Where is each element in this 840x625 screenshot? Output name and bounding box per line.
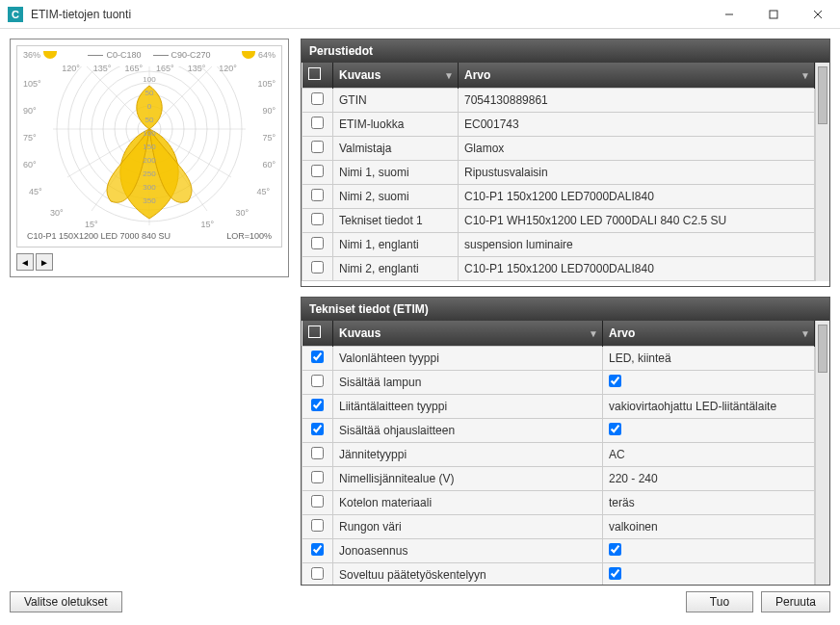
row-checkbox[interactable] <box>311 165 324 177</box>
row-checkbox[interactable] <box>311 519 324 532</box>
row-checkbox[interactable] <box>311 399 324 411</box>
row-checkbox[interactable] <box>311 237 324 249</box>
cancel-button[interactable]: Peruuta <box>761 591 830 612</box>
col-kuvaus[interactable]: Kuvaus▼ <box>333 63 459 89</box>
cell-val: EC001743 <box>459 113 815 137</box>
col-arvo[interactable]: Arvo▼ <box>459 63 815 89</box>
value-checkbox[interactable] <box>609 423 621 435</box>
value-checkbox[interactable] <box>609 543 621 556</box>
defaults-button[interactable]: Valitse oletukset <box>10 591 122 612</box>
table-row[interactable]: Nimi 1, suomiRipustusvalaisin <box>302 161 815 185</box>
table-row[interactable]: Nimi 1, englantisuspension luminaire <box>302 233 815 257</box>
table-row[interactable]: JännitetyyppiAC <box>302 443 815 467</box>
cell-desc: Kotelon materiaali <box>333 491 603 515</box>
scrollbar[interactable] <box>815 63 829 281</box>
table-row[interactable]: Sisältää lampun <box>302 371 815 395</box>
row-checkbox[interactable] <box>311 423 324 435</box>
table-row[interactable]: Sisältää ohjauslaitteen <box>302 419 815 443</box>
cell-val <box>603 419 815 443</box>
row-checkbox[interactable] <box>311 495 324 508</box>
maximize-button[interactable] <box>751 0 796 29</box>
col-arvo[interactable]: Arvo▼ <box>603 321 815 347</box>
cell-desc: Nimi 2, englanti <box>333 257 459 281</box>
cell-desc: Sisältää ohjauslaitteen <box>333 419 603 443</box>
row-checkbox[interactable] <box>311 261 324 273</box>
cell-val <box>603 371 815 395</box>
row-checkbox[interactable] <box>311 447 324 459</box>
cell-val: valkoinen <box>603 515 815 539</box>
table-row[interactable]: Rungon värivalkoinen <box>302 515 815 539</box>
cell-desc: Valonlähteen tyyppi <box>333 347 603 371</box>
cell-desc: Nimi 2, suomi <box>333 185 459 209</box>
cell-desc: Jännitetyyppi <box>333 443 603 467</box>
tekniset-title: Tekniset tiedot (ETIM) <box>302 298 829 321</box>
table-row[interactable]: Tekniset tiedot 1C10-P1 WH150x1200 LED 7… <box>302 209 815 233</box>
table-row[interactable]: Jonoasennus <box>302 539 815 563</box>
table-row[interactable]: Liitäntälaitteen tyyppivakiovirtaohjattu… <box>302 395 815 419</box>
cell-desc: Soveltuu päätetyöskentelyyn <box>333 563 603 586</box>
row-checkbox[interactable] <box>311 375 324 387</box>
cell-desc: Sisältää lampun <box>333 371 603 395</box>
preview-panel: 36% C0-C180 C90-C270 64% 120° 135° 165° … <box>10 39 289 277</box>
row-checkbox[interactable] <box>311 567 324 580</box>
tekniset-table: Kuvaus▼ Arvo▼ Valonlähteen tyyppiLED, ki… <box>302 321 815 585</box>
cell-val: LED, kiinteä <box>603 347 815 371</box>
table-row[interactable]: GTIN7054130889861 <box>302 89 815 113</box>
cell-val: teräs <box>603 491 815 515</box>
row-checkbox[interactable] <box>311 189 324 201</box>
table-row[interactable]: ETIM-luokkaEC001743 <box>302 113 815 137</box>
value-checkbox[interactable] <box>609 567 621 580</box>
perustiedot-title: Perustiedot <box>302 39 829 63</box>
cell-desc: Valmistaja <box>333 137 459 161</box>
row-checkbox[interactable] <box>311 141 324 153</box>
cell-val: Glamox <box>459 137 815 161</box>
tekniset-panel: Tekniset tiedot (ETIM) Kuvaus▼ Arvo▼ Val… <box>301 297 830 586</box>
perustiedot-panel: Perustiedot Kuvaus▼ Arvo▼ GTIN7054130889… <box>301 39 830 287</box>
cell-val: AC <box>603 443 815 467</box>
cell-val <box>603 563 815 586</box>
filter-icon[interactable]: ▼ <box>444 70 454 81</box>
perustiedot-table: Kuvaus▼ Arvo▼ GTIN7054130889861ETIM-luok… <box>302 63 815 281</box>
cell-desc: Tekniset tiedot 1 <box>333 209 459 233</box>
titlebar: C ETIM-tietojen tuonti <box>0 0 840 29</box>
footer: Valitse oletukset Tuo Peruuta <box>0 586 840 618</box>
row-checkbox[interactable] <box>311 117 324 129</box>
chart-caption: C10-P1 150X1200 LED 7000 840 SU <box>27 231 171 241</box>
import-button[interactable]: Tuo <box>686 591 753 612</box>
cell-desc: Nimi 1, suomi <box>333 161 459 185</box>
row-checkbox[interactable] <box>311 213 324 225</box>
cell-val: vakiovirtaohjattu LED-liitäntälaite <box>603 395 815 419</box>
table-row[interactable]: Nimi 2, suomiC10-P1 150x1200 LED7000DALI… <box>302 185 815 209</box>
downlight-pct: 64% <box>258 50 276 60</box>
header-checkbox-col[interactable] <box>302 321 333 347</box>
cell-desc: Liitäntälaitteen tyyppi <box>333 395 603 419</box>
col-kuvaus[interactable]: Kuvaus▼ <box>333 321 603 347</box>
row-checkbox[interactable] <box>311 543 324 556</box>
prev-image-button[interactable]: ◄ <box>16 253 34 271</box>
value-checkbox[interactable] <box>609 375 621 387</box>
row-checkbox[interactable] <box>311 471 324 483</box>
table-row[interactable]: Kotelon materiaaliteräs <box>302 491 815 515</box>
table-row[interactable]: Valonlähteen tyyppiLED, kiinteä <box>302 347 815 371</box>
close-button[interactable] <box>796 0 840 29</box>
filter-icon[interactable]: ▼ <box>589 328 598 339</box>
window-title: ETIM-tietojen tuonti <box>31 8 707 21</box>
cell-val: C10-P1 150x1200 LED7000DALI840 <box>459 185 815 209</box>
lamp-icon <box>242 51 255 59</box>
table-row[interactable]: Nimellisjännitealue (V)220 - 240 <box>302 467 815 491</box>
header-checkbox-col[interactable] <box>302 63 333 89</box>
scrollbar[interactable] <box>815 321 829 585</box>
table-row[interactable]: Nimi 2, englantiC10-P1 150x1200 LED7000D… <box>302 257 815 281</box>
cell-desc: Nimellisjännitealue (V) <box>333 467 603 491</box>
row-checkbox[interactable] <box>311 351 324 363</box>
minimize-button[interactable] <box>707 0 751 29</box>
row-checkbox[interactable] <box>311 92 324 105</box>
window-controls <box>707 0 840 29</box>
next-image-button[interactable]: ► <box>36 253 53 271</box>
table-row[interactable]: ValmistajaGlamox <box>302 137 815 161</box>
filter-icon[interactable]: ▼ <box>801 70 810 81</box>
cell-desc: GTIN <box>333 89 459 113</box>
filter-icon[interactable]: ▼ <box>801 328 810 339</box>
cell-val <box>603 539 815 563</box>
table-row[interactable]: Soveltuu päätetyöskentelyyn <box>302 563 815 586</box>
